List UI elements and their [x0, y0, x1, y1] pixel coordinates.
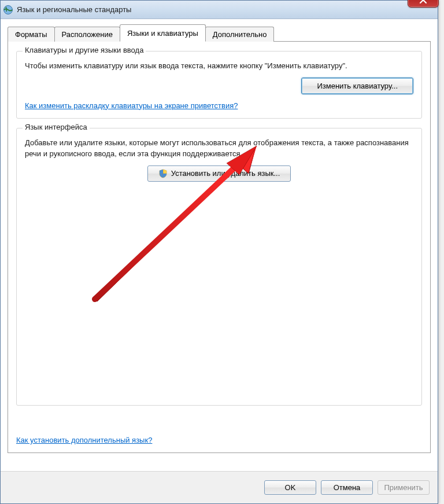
tab-label: Форматы [15, 30, 47, 39]
client-area: Форматы Расположение Языки и клавиатуры … [1, 19, 438, 503]
welcome-screen-layout-link[interactable]: Как изменить раскладку клавиатуры на экр… [25, 101, 238, 110]
close-button[interactable] [408, 0, 439, 8]
tab-advanced[interactable]: Дополнительно [205, 27, 275, 42]
cancel-button[interactable]: Отмена [321, 480, 373, 495]
dialog-button-bar: OK Отмена Применить [1, 471, 438, 503]
button-label: Изменить клавиатуру... [317, 82, 398, 90]
group-legend: Клавиатуры и другие языки ввода [23, 46, 146, 54]
tab-label: Языки и клавиатуры [127, 29, 198, 38]
group-description: Чтобы изменить клавиатуру или язык ввода… [25, 61, 413, 72]
ok-button[interactable]: OK [264, 480, 316, 495]
tab-label: Расположение [62, 30, 113, 39]
button-label: Применить [384, 483, 423, 492]
group-description: Добавьте или удалите языки, которые могу… [25, 138, 413, 160]
dialog-window: Язык и региональные стандарты Форматы Ра… [0, 0, 438, 504]
tab-location[interactable]: Расположение [54, 27, 120, 42]
apply-button[interactable]: Применить [378, 480, 430, 495]
button-label: OK [285, 483, 296, 492]
group-keyboards: Клавиатуры и другие языки ввода Чтобы из… [16, 51, 422, 119]
window-title: Язык и региональные стандарты [17, 5, 131, 14]
install-remove-language-button[interactable]: Установить или удалить язык... [147, 165, 291, 182]
change-keyboard-button[interactable]: Изменить клавиатуру... [301, 78, 413, 94]
shield-icon [158, 169, 168, 178]
tab-label: Дополнительно [213, 30, 267, 39]
tab-keyboards-languages[interactable]: Языки и клавиатуры [120, 24, 206, 42]
globe-icon [3, 5, 13, 15]
install-additional-language-link[interactable]: Как установить дополнительный язык? [16, 436, 152, 444]
group-display-language: Язык интерфейса Добавьте или удалите язы… [16, 128, 422, 406]
titlebar: Язык и региональные стандарты [1, 1, 438, 19]
tab-formats[interactable]: Форматы [8, 27, 55, 42]
group-legend: Язык интерфейса [23, 123, 90, 131]
button-label: Установить или удалить язык... [171, 169, 280, 178]
button-label: Отмена [334, 483, 361, 492]
tab-panel: Клавиатуры и другие языки ввода Чтобы из… [8, 41, 431, 453]
tabstrip: Форматы Расположение Языки и клавиатуры … [8, 26, 431, 42]
